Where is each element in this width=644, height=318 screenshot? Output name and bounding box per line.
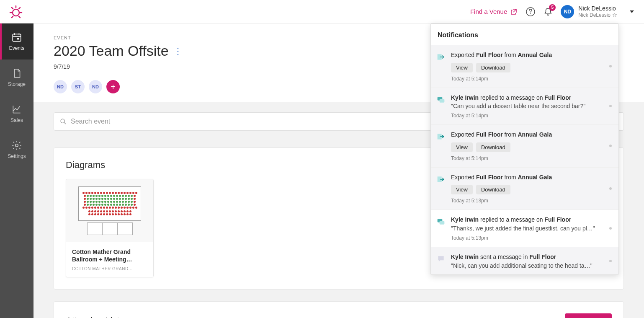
- notification-body: Exported Full Floor from Annual GalaView…: [451, 131, 613, 161]
- app-logo[interactable]: [8, 4, 23, 19]
- svg-line-6: [12, 16, 13, 18]
- notification-item[interactable]: Exported Full Floor from Annual GalaView…: [431, 45, 618, 88]
- svg-rect-10: [13, 34, 21, 41]
- attendee-section: Attendee Lists Create List: [54, 301, 624, 318]
- export-icon: [437, 132, 445, 141]
- svg-point-9: [530, 13, 531, 14]
- download-button[interactable]: Download: [476, 185, 510, 194]
- download-button[interactable]: Download: [476, 142, 510, 152]
- diagram-title: Cotton Mather Grand Ballroom + Meeting…: [72, 248, 147, 263]
- user-info[interactable]: Nick DeLessio Nick DeLessio: [578, 5, 617, 18]
- notification-quote: "Can you add a dessert table near the se…: [451, 103, 613, 109]
- svg-point-0: [13, 9, 19, 16]
- export-icon: [437, 175, 445, 184]
- create-list-button[interactable]: Create List: [565, 313, 612, 318]
- diagram-thumbnail: [66, 179, 153, 242]
- notification-time: Today at 5:13pm: [451, 198, 613, 204]
- star-icon: [612, 13, 617, 18]
- notification-badge: 5: [549, 4, 556, 11]
- sidebar-item-label: Sales: [10, 117, 23, 123]
- event-title: 2020 Team Offsite: [54, 43, 169, 59]
- add-collaborator-button[interactable]: +: [106, 80, 120, 93]
- notification-body: Exported Full Floor from Annual GalaView…: [451, 51, 613, 82]
- notification-body: Kyle Irwin replied to a message on Full …: [451, 216, 613, 241]
- notification-title: Exported Full Floor from Annual Gala: [451, 173, 613, 182]
- gear-icon: [11, 140, 22, 151]
- notification-actions: ViewDownload: [451, 63, 613, 72]
- notification-body: Kyle Irwin replied to a message on Full …: [451, 94, 613, 119]
- notification-item[interactable]: Exported Full Floor from Annual GalaView…: [431, 125, 618, 168]
- notification-title: Exported Full Floor from Annual Gala: [451, 131, 613, 139]
- sidebar-item-label: Events: [9, 45, 25, 51]
- notifications-icon[interactable]: 5: [543, 7, 553, 17]
- external-link-icon: [510, 8, 517, 15]
- sidebar-item-settings[interactable]: Settings: [0, 132, 33, 168]
- collaborator-avatar[interactable]: ST: [71, 80, 85, 93]
- sidebar: Events Storage Sales Settings: [0, 23, 33, 318]
- status-dot: [609, 65, 612, 67]
- user-name: Nick DeLessio: [578, 5, 617, 12]
- view-button[interactable]: View: [451, 185, 473, 194]
- sidebar-item-sales[interactable]: Sales: [0, 96, 33, 132]
- notification-title: Kyle Irwin replied to a message on Full …: [451, 216, 613, 224]
- sidebar-item-label: Storage: [8, 81, 26, 87]
- notification-time: Today at 5:13pm: [451, 235, 613, 241]
- notification-title: Kyle Irwin replied to a message on Full …: [451, 94, 613, 102]
- help-icon[interactable]: [526, 7, 536, 17]
- reply-icon: [437, 96, 445, 104]
- notifications-header: Notifications: [431, 24, 618, 45]
- user-org: Nick DeLessio: [578, 12, 617, 18]
- notification-quote: "Thanks, we just added the final guestli…: [451, 225, 613, 232]
- status-dot: [609, 187, 612, 190]
- notification-actions: ViewDownload: [451, 142, 613, 152]
- notification-item[interactable]: Kyle Irwin replied to a message on Full …: [431, 210, 618, 247]
- collaborator-avatar[interactable]: ND: [89, 80, 102, 93]
- file-icon: [11, 68, 22, 79]
- download-button[interactable]: Download: [476, 63, 510, 72]
- notification-item[interactable]: Kyle Irwin sent a message in Full Floor"…: [431, 247, 618, 274]
- notification-time: Today at 5:14pm: [451, 155, 613, 161]
- find-venue-link[interactable]: Find a Venue: [470, 8, 517, 15]
- notification-item[interactable]: Exported Full Floor from Annual GalaView…: [431, 168, 618, 210]
- search-icon: [60, 118, 67, 125]
- avatar[interactable]: ND: [561, 5, 574, 18]
- view-button[interactable]: View: [451, 142, 473, 152]
- message-icon: [437, 255, 445, 263]
- notification-title: Kyle Irwin sent a message in Full Floor: [451, 253, 613, 261]
- attendee-title: Attendee Lists: [66, 315, 124, 318]
- chart-icon: [11, 104, 22, 115]
- svg-line-7: [19, 16, 20, 18]
- svg-line-17: [64, 122, 66, 124]
- status-dot: [609, 227, 612, 230]
- calendar-icon: [11, 32, 22, 43]
- notification-actions: ViewDownload: [451, 185, 613, 194]
- sidebar-item-events[interactable]: Events: [0, 23, 33, 59]
- svg-point-15: [15, 144, 18, 147]
- notification-item[interactable]: Kyle Irwin replied to a message on Full …: [431, 88, 618, 125]
- diagram-card[interactable]: Cotton Mather Grand Ballroom + Meeting… …: [66, 179, 154, 277]
- status-dot: [609, 145, 612, 147]
- sidebar-item-label: Settings: [8, 153, 26, 159]
- notification-time: Today at 5:14pm: [451, 76, 613, 82]
- notification-time: Today at 5:14pm: [451, 113, 613, 119]
- notifications-panel: Notifications Exported Full Floor from A…: [430, 23, 619, 275]
- svg-rect-12: [17, 38, 19, 39]
- notification-quote: "Nick, can you add additional seating to…: [451, 262, 613, 269]
- more-icon[interactable]: ⋮: [174, 47, 182, 55]
- notifications-list[interactable]: Exported Full Floor from Annual GalaView…: [431, 45, 618, 274]
- svg-point-16: [61, 119, 64, 123]
- sidebar-item-storage[interactable]: Storage: [0, 59, 33, 96]
- notification-body: Kyle Irwin sent a message in Full Floor"…: [451, 253, 613, 269]
- topbar: Find a Venue 5 ND Nick DeLessio Nick DeL…: [0, 0, 644, 23]
- export-icon: [437, 53, 445, 61]
- chevron-down-icon[interactable]: [630, 10, 634, 13]
- diagram-subtitle: COTTON MATHER GRAND...: [72, 266, 147, 271]
- svg-rect-24: [440, 221, 445, 225]
- status-dot: [609, 260, 612, 262]
- view-button[interactable]: View: [451, 63, 473, 72]
- svg-rect-20: [440, 99, 445, 102]
- find-venue-text: Find a Venue: [470, 8, 507, 15]
- notification-body: Exported Full Floor from Annual GalaView…: [451, 173, 613, 204]
- svg-line-3: [19, 8, 20, 9]
- collaborator-avatar[interactable]: ND: [54, 80, 67, 93]
